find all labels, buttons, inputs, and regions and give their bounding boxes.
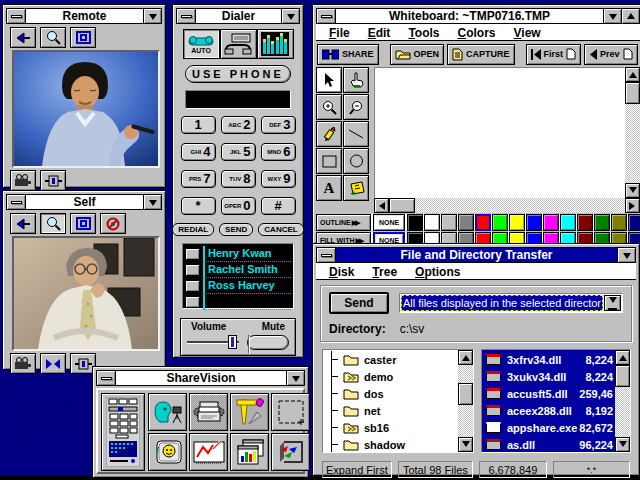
- sharevision-title-bar[interactable]: ShareVision: [96, 370, 305, 386]
- scroll-up-button[interactable]: [625, 67, 640, 82]
- scrollbar-track[interactable]: [615, 387, 630, 437]
- scrollbar-track[interactable]: [415, 198, 625, 213]
- tools-launcher-button[interactable]: [230, 393, 269, 431]
- file-row-3xukv34.dll[interactable]: 3xukv34.dll8,224: [482, 368, 615, 385]
- outline-color-swatch[interactable]: [509, 214, 525, 231]
- file-transfer-title-bar[interactable]: File and Directory Transfer: [316, 247, 636, 263]
- system-menu-button[interactable]: [7, 9, 26, 23]
- outline-color-swatch[interactable]: [611, 214, 627, 231]
- dialer-title-bar[interactable]: Dialer: [176, 8, 300, 24]
- scroll-down-button[interactable]: [615, 437, 630, 452]
- camera-button[interactable]: [10, 170, 36, 191]
- outline-label-button[interactable]: OUTLINE ▶▶: [316, 214, 371, 231]
- menu-view[interactable]: View: [505, 25, 550, 39]
- menu-options[interactable]: Options: [406, 264, 469, 278]
- keypad-key-7[interactable]: PRS7: [181, 170, 216, 188]
- keypad-key-3[interactable]: DEF3: [261, 116, 296, 134]
- outline-color-swatch[interactable]: [424, 214, 440, 231]
- file-row-3xfrv34.dll[interactable]: 3xfrv34.dll8,224: [482, 351, 615, 368]
- manual-phone-button[interactable]: [220, 29, 257, 59]
- folder-row-sb16[interactable]: sb16: [323, 419, 458, 436]
- frame-size-button[interactable]: [70, 27, 96, 48]
- outline-none-button[interactable]: NONE: [373, 214, 405, 231]
- ellipse-tool[interactable]: [343, 148, 369, 174]
- prev-page-button[interactable]: Prev: [584, 44, 638, 65]
- redial-button[interactable]: REDIAL: [172, 223, 214, 236]
- zoom-button[interactable]: [40, 27, 66, 48]
- hand-tool[interactable]: [343, 67, 369, 93]
- pin-button[interactable]: [10, 27, 36, 48]
- outline-color-swatch[interactable]: [441, 214, 457, 231]
- pin-button[interactable]: [10, 213, 36, 234]
- cancel-button[interactable]: CANCEL: [258, 223, 303, 236]
- menu-tree[interactable]: Tree: [363, 264, 406, 278]
- keypad-key-6[interactable]: MNO6: [261, 143, 296, 161]
- scroll-up-button[interactable]: [458, 350, 473, 365]
- keypad-key-8[interactable]: TUV8: [221, 170, 256, 188]
- appshare-launcher-button[interactable]: [271, 433, 310, 471]
- contact-select-button[interactable]: [185, 296, 200, 308]
- outline-color-swatch[interactable]: [526, 214, 542, 231]
- send-button[interactable]: Send: [329, 292, 389, 314]
- rectangle-tool[interactable]: [316, 148, 342, 174]
- folder-row-shadow[interactable]: shadow: [323, 436, 458, 452]
- scroll-down-button[interactable]: [625, 183, 640, 198]
- outline-color-swatch[interactable]: [407, 214, 423, 231]
- note-tool[interactable]: [343, 175, 369, 201]
- folder-row-net[interactable]: net: [323, 402, 458, 419]
- connection-button[interactable]: [40, 170, 66, 191]
- outline-color-swatch[interactable]: [492, 214, 508, 231]
- canvas-vertical-scrollbar[interactable]: [625, 67, 640, 198]
- scrollbar-track[interactable]: [458, 365, 473, 383]
- keypad-key-9[interactable]: WXY9: [261, 170, 296, 188]
- file-row-aceex288.dll[interactable]: aceex288.dll8,192: [482, 402, 615, 419]
- scrollbar-thumb[interactable]: [389, 198, 415, 213]
- volume-slider[interactable]: [187, 341, 239, 344]
- keypad-key-#[interactable]: #: [261, 197, 296, 215]
- file-transfer-launcher-button[interactable]: [230, 433, 269, 471]
- pointer-tool[interactable]: [316, 67, 342, 93]
- outline-color-swatch[interactable]: [560, 214, 576, 231]
- folder-row-demo[interactable]: demo: [323, 368, 458, 385]
- folder-row-dos[interactable]: dos: [323, 385, 458, 402]
- audio-levels-button[interactable]: [257, 29, 294, 59]
- send-scope-combobox[interactable]: All files displayed in the selected dire…: [399, 293, 623, 313]
- minimize-button[interactable]: [281, 9, 299, 23]
- system-menu-button[interactable]: [317, 248, 336, 262]
- snapshot-launcher-button[interactable]: [148, 433, 187, 471]
- scroll-up-button[interactable]: [615, 350, 630, 365]
- whiteboard-title-bar[interactable]: Whiteboard: ~TMP0716.TMP: [316, 8, 640, 24]
- contact-select-button[interactable]: [185, 264, 200, 276]
- system-menu-button[interactable]: [97, 371, 116, 385]
- menu-colors[interactable]: Colors: [449, 25, 505, 39]
- combo-dropdown-button[interactable]: [604, 295, 621, 311]
- menu-file[interactable]: File: [320, 25, 359, 39]
- maximize-button[interactable]: [621, 9, 639, 23]
- frame-size-button[interactable]: [70, 213, 96, 234]
- keypad-key-0[interactable]: OPER0: [221, 197, 256, 215]
- keypad-key-4[interactable]: GHI4: [181, 143, 216, 161]
- minimize-button[interactable]: [617, 248, 635, 262]
- scrollbar-track[interactable]: [625, 104, 640, 183]
- menu-edit[interactable]: Edit: [359, 25, 400, 39]
- privacy-button[interactable]: [100, 213, 126, 234]
- minimize-button[interactable]: [603, 9, 621, 23]
- share-button[interactable]: SHARE: [317, 44, 379, 65]
- use-phone-button[interactable]: USE PHONE: [185, 65, 291, 83]
- videophone-launcher-button[interactable]: [148, 393, 187, 431]
- rolodex-launcher-button[interactable]: [189, 393, 228, 431]
- outline-color-swatch[interactable]: [628, 214, 640, 231]
- menu-tools[interactable]: Tools: [399, 25, 448, 39]
- system-menu-button[interactable]: [317, 9, 336, 23]
- dialer-launcher-button[interactable]: [101, 393, 145, 471]
- minimize-button[interactable]: [286, 371, 304, 385]
- scrollbar-thumb[interactable]: [458, 383, 473, 405]
- keypad-key-2[interactable]: ABC2: [221, 116, 256, 134]
- camera-button[interactable]: [10, 353, 36, 374]
- scrollbar-track[interactable]: [458, 405, 473, 437]
- system-menu-button[interactable]: [7, 195, 26, 209]
- capture-button[interactable]: CAPTURE: [447, 44, 515, 65]
- keypad-key-*[interactable]: *: [181, 197, 216, 215]
- file-row-appshare.exe[interactable]: appshare.exe82,672: [482, 419, 615, 436]
- scrollbar-thumb[interactable]: [625, 82, 640, 104]
